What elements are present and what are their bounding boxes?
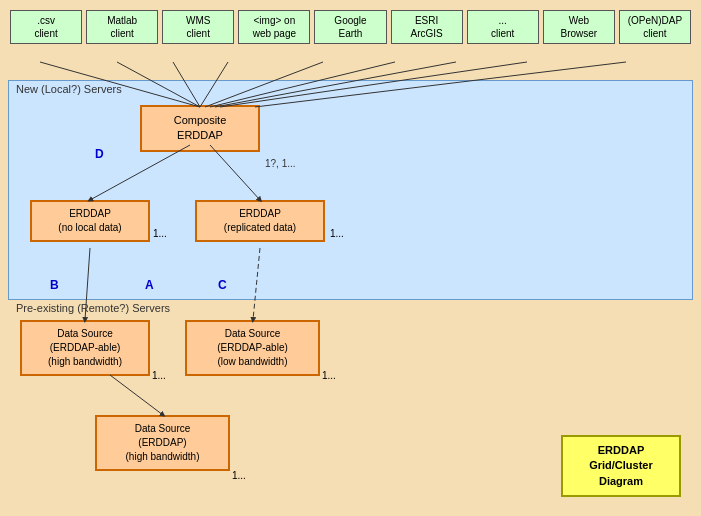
label-d: D [95,147,104,161]
diagram-line3: Diagram [599,475,643,487]
dotdotdot-client-box: ...client [467,10,539,44]
erddap-rep-box: ERDDAP (replicated data) [195,200,325,242]
diagram-box: ERDDAP Grid/Cluster Diagram [561,435,681,497]
esri-arcgis-box: ESRIArcGIS [391,10,463,44]
ds1-label: 1... [152,370,166,381]
label-1q: 1?, 1... [265,158,296,169]
csv-client-box: .csvclient [10,10,82,44]
label-1b: 1... [330,228,344,239]
datasource-1-box: Data Source (ERDDAP-able) (high bandwidt… [20,320,150,376]
diagram-line2: Grid/Cluster [589,459,653,471]
datasource-2-box: Data Source (ERDDAP-able) (low bandwidth… [185,320,320,376]
diagram-line1: ERDDAP [598,444,644,456]
composite-erddap-line1: Composite [174,114,227,126]
label-b: B [50,278,59,292]
google-earth-box: GoogleEarth [314,10,386,44]
server-area [8,80,693,300]
composite-erddap-line2: ERDDAP [177,129,223,141]
label-a: A [145,278,154,292]
svg-line-13 [110,375,163,415]
label-c: C [218,278,227,292]
datasource-3-box: Data Source (ERDDAP) (high bandwidth) [95,415,230,471]
matlab-client-box: Matlabclient [86,10,158,44]
ds2-label: 1... [322,370,336,381]
ds3-label: 1... [232,470,246,481]
img-client-box: <img> onweb page [238,10,310,44]
composite-erddap-box: Composite ERDDAP [140,105,260,152]
preexisting-label: Pre-existing (Remote?) Servers [16,302,170,314]
clients-row: .csvclient Matlabclient WMSclient <img> … [4,4,697,48]
web-browser-box: WebBrowser [543,10,615,44]
erddap-nld-box: ERDDAP (no local data) [30,200,150,242]
server-area-label: New (Local?) Servers [16,83,122,95]
label-1a: 1... [153,228,167,239]
opendap-client-box: (OPeN)DAPclient [619,10,691,44]
wms-client-box: WMSclient [162,10,234,44]
